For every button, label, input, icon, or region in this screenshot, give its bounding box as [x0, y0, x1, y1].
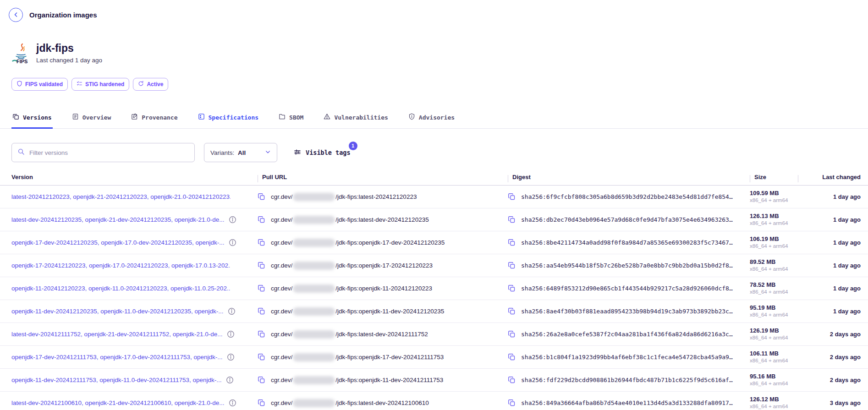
info-icon[interactable]	[229, 239, 236, 246]
tab-specifications[interactable]: Specifications	[197, 109, 260, 129]
tab-label: Overview	[82, 114, 111, 121]
architectures: x86_64 + arm64	[750, 197, 798, 203]
copy-icon[interactable]	[258, 284, 265, 292]
java-fips-logo-icon: FIPS	[11, 43, 31, 64]
digest-value: sha256:fdf229d2bcdd908861b26944fbdc487b7…	[521, 377, 733, 383]
tab-bar: Versions Overview Provenance Specificati…	[0, 109, 868, 129]
copy-icon[interactable]	[258, 307, 265, 315]
specifications-icon	[198, 113, 205, 121]
copy-icon[interactable]	[508, 330, 516, 338]
copy-icon[interactable]	[258, 376, 265, 384]
tab-overview[interactable]: Overview	[71, 109, 112, 129]
redacted-org-name	[293, 262, 335, 270]
search-icon	[17, 148, 25, 157]
pull-url-text: cgr.dev//jdk-fips:openjdk-11-dev-2024121…	[271, 307, 444, 316]
last-changed-cell: 1 day ago	[798, 308, 861, 315]
info-icon[interactable]	[229, 216, 236, 224]
size-value: 95.19 MB	[750, 304, 798, 312]
version-tags-link[interactable]: openjdk-17-202412120223, openjdk-17.0-20…	[11, 262, 231, 269]
digest-value: sha256:8ae4f30b03f881eaad8954233b98b94d1…	[521, 308, 733, 315]
size-value: 89.52 MB	[750, 258, 798, 266]
architectures: x86_64 + arm64	[750, 220, 798, 226]
table-row: openjdk-11-dev-202412111753, openjdk-11.…	[0, 369, 868, 392]
last-changed-cell: 1 day ago	[798, 262, 861, 269]
visible-tags-button[interactable]: Visible tags 1	[294, 148, 351, 157]
tab-label: Vulnerabilities	[334, 114, 388, 121]
variants-value: All	[238, 149, 246, 156]
copy-icon[interactable]	[258, 239, 265, 246]
digest-cell: sha256:8be42114734a0add98f0f8a984d7a8536…	[508, 239, 750, 246]
pull-url-text: cgr.dev//jdk-fips:openjdk-17-dev-2024121…	[271, 353, 444, 361]
tab-label: Advisories	[419, 114, 455, 121]
size-cell: 95.16 MB x86_64 + arm64	[750, 373, 798, 387]
pull-url-text: cgr.dev//jdk-fips:latest-dev-20241212023…	[271, 216, 429, 224]
image-last-changed: Last changed 1 day ago	[36, 57, 102, 64]
version-cell: openjdk-17-202412120223, openjdk-17.0-20…	[11, 262, 258, 269]
version-tags-link[interactable]: latest-202412120223, openjdk-21-20241212…	[11, 193, 231, 200]
pull-url-text: cgr.dev//jdk-fips:openjdk-17-dev-2024121…	[271, 239, 445, 247]
copy-icon[interactable]	[508, 284, 516, 292]
version-tags-link[interactable]: openjdk-17-dev-202412111753, openjdk-17.…	[11, 354, 223, 361]
copy-icon[interactable]	[508, 307, 516, 315]
copy-icon[interactable]	[508, 353, 516, 361]
version-tags-link[interactable]: openjdk-11-202412120223, openjdk-11.0-20…	[11, 285, 231, 292]
copy-icon[interactable]	[258, 216, 265, 224]
tab-provenance[interactable]: Provenance	[130, 109, 178, 129]
tab-advisories[interactable]: Advisories	[407, 109, 456, 129]
copy-icon[interactable]	[258, 330, 265, 338]
digest-cell: sha256:849a36664afba86b7d54ae4010e113d4d…	[508, 399, 750, 407]
version-tags-link[interactable]: latest-dev-202412100610, openjdk-21-dev-…	[11, 399, 225, 406]
filter-versions-input[interactable]	[29, 149, 189, 156]
copy-icon[interactable]	[258, 399, 265, 407]
pull-url-cell: cgr.dev//jdk-fips:latest-dev-20241212023…	[258, 216, 508, 224]
digest-cell: sha256:8ae4f30b03f881eaad8954233b98b94d1…	[508, 307, 750, 315]
copy-icon[interactable]	[508, 399, 516, 407]
copy-icon[interactable]	[258, 193, 265, 201]
copy-icon[interactable]	[508, 239, 516, 246]
back-button[interactable]	[9, 8, 23, 22]
copy-icon[interactable]	[508, 193, 516, 201]
versions-table: Version Pull URL Digest Size Last change…	[0, 169, 868, 410]
version-tags-link[interactable]: latest-dev-202412111752, openjdk-21-dev-…	[11, 331, 223, 338]
size-cell: 126.13 MB x86_64 + arm64	[750, 213, 798, 227]
column-header-last-changed: Last changed	[798, 174, 861, 180]
badge-label: STIG hardened	[85, 81, 124, 87]
info-icon[interactable]	[229, 399, 236, 407]
copy-icon[interactable]	[258, 353, 265, 361]
info-icon[interactable]	[227, 330, 235, 338]
table-row: openjdk-17-dev-202412111753, openjdk-17.…	[0, 346, 868, 369]
tab-sbom[interactable]: SBOM	[278, 109, 304, 129]
tab-vulnerabilities[interactable]: Vulnerabilities	[323, 109, 389, 129]
architectures: x86_64 + arm64	[750, 357, 798, 364]
version-tags-link[interactable]: openjdk-11-dev-202412111753, openjdk-11.…	[11, 377, 222, 383]
last-changed-cell: 2 days ago	[798, 354, 861, 361]
copy-icon[interactable]	[508, 376, 516, 384]
copy-icon[interactable]	[508, 262, 516, 269]
versions-table-body: latest-202412120223, openjdk-21-20241212…	[0, 186, 868, 410]
page-title: Organization images	[29, 11, 97, 19]
last-changed-cell: 2 days ago	[798, 377, 861, 383]
redacted-org-name	[293, 353, 335, 361]
search-box	[11, 143, 195, 162]
architectures: x86_64 + arm64	[750, 334, 798, 341]
version-tags-link[interactable]: latest-dev-202412120235, openjdk-21-dev-…	[11, 216, 225, 223]
version-tags-link[interactable]: openjdk-11-dev-202412120235, openjdk-11.…	[11, 308, 224, 315]
digest-cell: sha256:6f9cfcbf808c305a6b8d659b3d92d2bbe…	[508, 193, 750, 201]
info-icon[interactable]	[227, 353, 235, 361]
size-value: 109.59 MB	[750, 190, 798, 197]
info-icon[interactable]	[226, 376, 234, 384]
info-icon[interactable]	[228, 307, 236, 315]
copy-icon[interactable]	[508, 216, 516, 224]
version-cell: latest-202412120223, openjdk-21-20241212…	[11, 193, 258, 200]
variants-dropdown[interactable]: Variants: All	[204, 143, 277, 162]
badge-label: FIPS validated	[25, 81, 63, 87]
topbar: Organization images	[0, 0, 868, 22]
shield-icon	[16, 81, 22, 88]
copy-icon[interactable]	[258, 262, 265, 269]
table-row: latest-202412120223, openjdk-21-20241212…	[0, 186, 868, 208]
digest-value: sha256:aa54eb9544b18f5b7c26be528b7a0e8bb…	[521, 262, 733, 269]
table-header: Version Pull URL Digest Size Last change…	[0, 169, 868, 186]
tab-versions[interactable]: Versions	[11, 109, 53, 129]
version-tags-link[interactable]: openjdk-17-dev-202412120235, openjdk-17.…	[11, 239, 225, 246]
last-changed-cell: 1 day ago	[798, 193, 861, 200]
